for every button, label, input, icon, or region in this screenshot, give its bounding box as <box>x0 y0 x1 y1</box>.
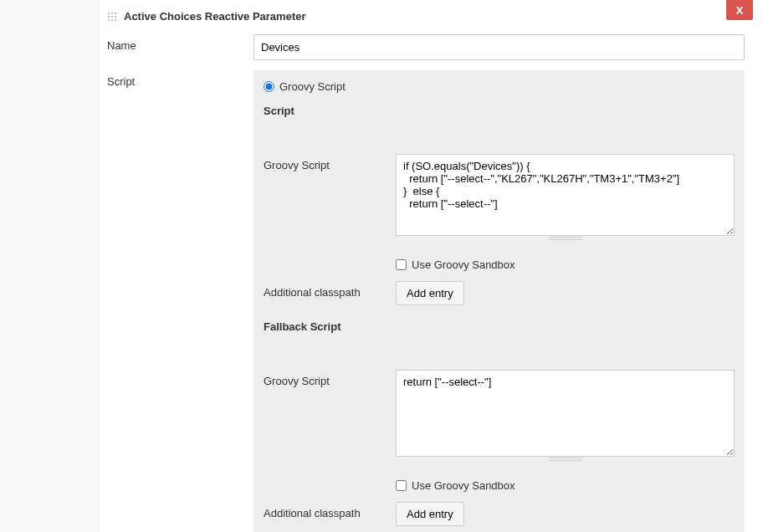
panel-header: Active Choices Reactive Parameter <box>99 0 768 29</box>
script-label: Script <box>107 70 253 532</box>
groovy-script-label: Groovy Script <box>264 154 396 171</box>
fallback-sandbox-checkbox[interactable] <box>396 480 407 491</box>
name-input[interactable] <box>253 34 745 60</box>
fallback-sandbox-label: Use Groovy Sandbox <box>412 479 515 492</box>
script-section-title: Script <box>264 100 735 129</box>
groovy-script-radio-label: Groovy Script <box>279 80 346 93</box>
panel-title: Active Choices Reactive Parameter <box>124 10 306 23</box>
groovy-script-radio[interactable] <box>264 81 274 92</box>
resize-grip-icon[interactable] <box>549 237 582 240</box>
fallback-groovy-label: Groovy Script <box>264 370 396 387</box>
classpath-label: Additional classpath <box>264 281 396 299</box>
resize-grip-icon[interactable] <box>549 458 582 461</box>
groovy-script-textarea[interactable] <box>396 154 735 236</box>
fallback-section-title: Fallback Script <box>264 310 735 345</box>
name-label: Name <box>107 34 253 60</box>
fallback-classpath-label: Additional classpath <box>264 502 396 519</box>
add-entry-button[interactable]: Add entry <box>396 281 464 305</box>
left-gutter <box>0 0 99 532</box>
sandbox-label: Use Groovy Sandbox <box>412 258 515 271</box>
close-button[interactable]: X <box>726 0 753 20</box>
fallback-add-entry-button[interactable]: Add entry <box>396 502 464 526</box>
drag-handle-icon[interactable] <box>107 12 117 22</box>
sandbox-checkbox[interactable] <box>396 259 407 270</box>
fallback-groovy-textarea[interactable] <box>396 370 735 457</box>
